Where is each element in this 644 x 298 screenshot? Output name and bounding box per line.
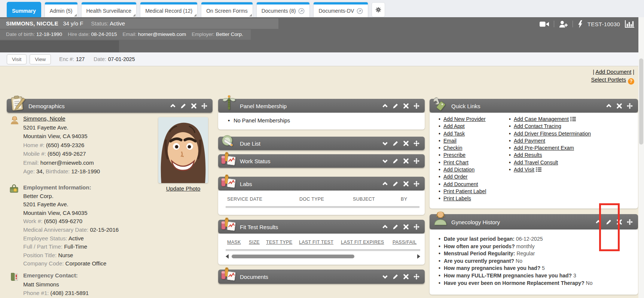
collapse-icon[interactable] [170,103,176,109]
move-icon[interactable] [413,181,419,187]
patient-photo [158,117,208,183]
fit-column-last-fit-expires[interactable]: LAST FIT EXPIRES [341,240,384,245]
quick-link[interactable]: Add Task [443,131,465,137]
quick-link[interactable]: Add Payment [514,138,545,144]
quick-link[interactable]: Add Contact Tracing [514,123,561,129]
list-menu-icon[interactable] [536,167,541,172]
visit-button[interactable]: Visit [7,54,27,64]
external-link-icon[interactable] [357,8,363,14]
move-icon[interactable] [627,219,633,225]
move-icon[interactable] [627,103,633,109]
tab-settings-button[interactable] [372,2,385,17]
quick-link[interactable]: Add Case Management [514,116,569,122]
quick-link[interactable]: Print Chart [443,159,468,165]
horizontal-scrollbar-thumb[interactable] [232,255,354,258]
portlet-header-work-status: Work Status [218,154,425,168]
quick-link[interactable]: Add Appt [443,123,465,129]
close-icon[interactable] [403,224,409,230]
move-icon[interactable] [413,224,419,230]
collapse-icon[interactable] [606,103,612,109]
collapse-icon[interactable] [382,224,388,230]
tab-documents-dv[interactable]: Documents-DV [313,2,368,17]
quick-link[interactable]: Add Travel Consult [514,159,558,165]
scroll-left-arrow[interactable] [226,254,229,259]
labs-column-doc-type: DOC TYPE [299,197,324,202]
close-icon[interactable] [403,274,409,280]
page-scrollbar-thumb[interactable] [639,58,643,145]
quick-link[interactable]: Add Document [443,181,478,187]
portlet-header-labs: Labs [218,177,425,191]
close-icon[interactable] [403,158,409,164]
move-icon[interactable] [413,140,419,146]
close-icon[interactable] [403,140,409,146]
close-icon[interactable] [616,103,622,109]
quick-link-item: Add Case Management [509,116,591,123]
quick-link[interactable]: Add Pre-Placement Exam [514,145,574,151]
patient-name-link[interactable]: Simmons, Nicole [23,115,65,122]
add-document-link[interactable]: Add Document [595,69,631,75]
bar-chart-icon[interactable] [625,20,634,28]
tab-summary[interactable]: Summary [7,2,41,17]
tab-admin[interactable]: Admin (5) [45,2,78,17]
close-icon[interactable] [191,103,197,109]
fit-column-mask[interactable]: MASK [227,240,241,245]
expand-icon[interactable] [382,140,388,146]
edit-icon[interactable] [393,181,399,187]
tab-medical-record[interactable]: Medical Record (12) [140,2,198,17]
move-icon[interactable] [201,103,207,109]
lightning-bolt-icon[interactable] [578,20,583,28]
edit-icon[interactable] [180,103,186,109]
quick-link[interactable]: Print Patient Label [443,188,486,194]
collapse-icon[interactable] [382,181,388,187]
collapse-icon[interactable] [382,103,388,109]
table-rule [226,206,419,208]
list-menu-icon[interactable] [570,117,576,121]
update-photo: Update Photo [158,185,208,192]
fit-column-size[interactable]: SIZE [249,240,260,245]
quick-link[interactable]: Print Labels [443,195,471,201]
expand-icon[interactable] [382,158,388,164]
external-link-icon[interactable] [298,8,305,14]
view-button[interactable]: View [30,54,51,64]
due-list-icon [220,134,236,149]
position-title-value: Nurse [58,252,73,258]
select-portlets-link[interactable]: Select Portlets [591,77,626,83]
tab-documents[interactable]: Documents (8) [256,2,310,17]
fit-column-pass-fail[interactable]: PASS/FAIL [393,240,416,245]
quick-link[interactable]: Checkin [443,145,463,151]
quick-link[interactable]: Add New Provider [443,116,486,122]
video-camera-icon[interactable] [540,21,549,27]
quick-link[interactable]: Email [443,138,457,144]
close-icon[interactable] [403,103,409,109]
quick-link-item: Add Payment [509,137,591,145]
pill-bottles-icon [220,267,236,282]
edit-icon[interactable] [393,158,399,164]
move-icon[interactable] [413,274,419,280]
quick-link[interactable]: Add Results [514,152,542,158]
help-icon[interactable]: ? [628,78,634,85]
add-person-icon[interactable] [559,21,568,28]
quick-link[interactable]: Add Dictation [443,167,474,173]
update-photo-link[interactable]: Update Photo [166,185,201,192]
female-person-icon [10,115,19,125]
page-scrollbar-track[interactable] [638,17,644,298]
move-icon[interactable] [413,158,419,164]
edit-icon[interactable] [393,274,399,280]
quick-link[interactable]: Add Visit [514,167,534,173]
quick-link-item: Add Dictation [439,166,486,173]
scroll-right-arrow[interactable] [417,254,420,259]
quick-link[interactable]: Prescribe [443,152,466,158]
quick-link[interactable]: Add Driver Fitness Determination [514,131,591,137]
edit-icon[interactable] [393,224,399,230]
fit-column-test-type[interactable]: TEST TYPE [266,240,292,245]
tab-on-screen-forms[interactable]: On Screen Forms [201,2,253,17]
edit-icon[interactable] [393,103,399,109]
fit-column-last-fit-test[interactable]: LAST FIT TEST [299,240,333,245]
quick-link[interactable]: Add Order [443,174,468,180]
move-icon[interactable] [413,103,419,109]
tab-health-surveillance[interactable]: Health Surveillance [81,2,137,17]
quick-link-item: Print Patient Label [439,188,486,195]
edit-icon[interactable] [393,140,399,146]
expand-icon[interactable] [382,274,388,280]
close-icon[interactable] [403,181,409,187]
